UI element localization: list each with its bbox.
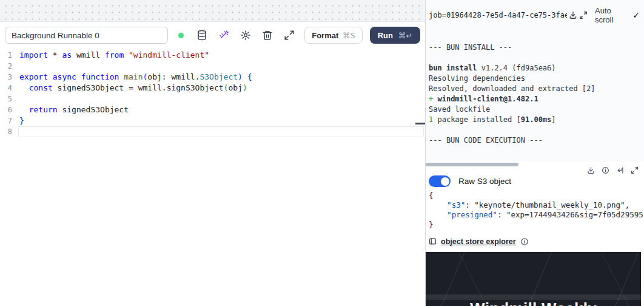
download-logs-icon[interactable]	[569, 11, 577, 19]
database-button[interactable]	[193, 26, 211, 44]
auto-scroll-checkbox[interactable]: ✓	[632, 10, 640, 20]
object-store-explorer-link[interactable]: object store explorer	[441, 237, 516, 246]
object-store-explorer-row: object store explorer	[429, 237, 643, 246]
pane-resize-handle[interactable]	[415, 123, 425, 124]
runnable-title-input[interactable]	[5, 27, 168, 44]
saved-status-dot	[178, 33, 184, 38]
result-json-output: { "s3": "keynote/thumbnail_weekly_10.png…	[429, 191, 643, 229]
s3-image-preview: Windmill Weekly	[426, 252, 641, 306]
expand-logs-icon[interactable]	[579, 11, 588, 19]
windmill-app: Format ⌘S Run ⌘↵ 1import * as wmill from…	[0, 0, 644, 306]
ai-assist-button[interactable]	[215, 26, 233, 44]
settings-button[interactable]	[236, 26, 255, 44]
raw-s3-toggle[interactable]	[429, 175, 451, 187]
expand-icon	[284, 30, 295, 41]
download-result-icon[interactable]	[587, 166, 595, 174]
raw-s3-toggle-row: Raw S3 object	[429, 175, 643, 187]
app-canvas-dotted-grid[interactable]	[0, 0, 425, 22]
preview-title: Windmill Weekly	[426, 299, 641, 306]
auto-scroll-label: Auto scroll	[595, 6, 626, 24]
log-header: job=01964428-7e5d-4a47-ce75-3fae4 Auto s…	[429, 6, 640, 24]
code-editor[interactable]: 1import * as wmill from "windmill-client…	[0, 49, 425, 306]
expand-editor-button[interactable]	[280, 26, 298, 44]
log-section: job=01964428-7e5d-4a47-ce75-3fae4 Auto s…	[426, 0, 643, 162]
runnable-toolbar: Format ⌘S Run ⌘↵	[0, 22, 425, 49]
run-button-label: Run	[378, 31, 393, 40]
job-log-output: --- BUN INSTALL --- bun install v1.2.4 (…	[429, 42, 643, 146]
explorer-info-icon[interactable]	[520, 237, 529, 246]
database-icon	[196, 30, 207, 41]
delete-button[interactable]	[258, 26, 277, 44]
editor-pane: Format ⌘S Run ⌘↵ 1import * as wmill from…	[0, 0, 426, 306]
format-shortcut: ⌘S	[343, 31, 355, 40]
result-toolbar	[426, 166, 643, 174]
format-button[interactable]: Format ⌘S	[304, 27, 363, 44]
output-pane: job=01964428-7e5d-4a47-ce75-3fae4 Auto s…	[426, 0, 643, 306]
info-result-icon[interactable]	[602, 166, 609, 174]
run-shortcut: ⌘↵	[398, 31, 412, 40]
job-id-label: job=01964428-7e5d-4a47-ce75-3fae4	[429, 11, 567, 19]
panel-left-icon	[429, 237, 437, 245]
raw-s3-toggle-label: Raw S3 object	[458, 177, 511, 186]
magic-wand-icon	[218, 30, 229, 41]
gear-icon	[240, 30, 251, 41]
trash-icon	[262, 30, 273, 41]
fullscreen-result-icon[interactable]	[631, 166, 639, 174]
run-button[interactable]: Run ⌘↵	[370, 27, 420, 44]
format-button-label: Format	[312, 31, 338, 40]
open-drawer-icon[interactable]	[616, 166, 624, 174]
code-lines: 1import * as wmill from "windmill-client…	[0, 50, 425, 137]
